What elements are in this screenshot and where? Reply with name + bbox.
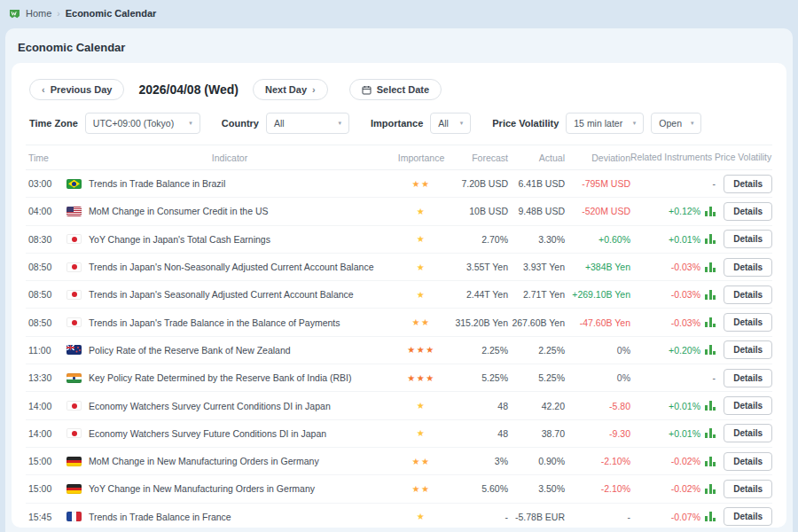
indicator-name: Trends in Japan's Seasonally Adjusted Cu… [89, 289, 354, 300]
event-time: 14:00 [26, 401, 66, 411]
breadcrumb-current: Economic Calendar [66, 8, 157, 19]
details-button[interactable]: Details [724, 286, 772, 304]
calendar-icon [362, 85, 372, 95]
forecast-value: 2.70% [450, 234, 508, 245]
importance-stars: ★ [393, 234, 450, 244]
calendar-card: ‹ Previous Day 2026/04/08 (Wed) Next Day… [12, 63, 786, 528]
jp-flag-icon [66, 262, 82, 272]
volatility-price-select[interactable]: Open ▾ [651, 113, 701, 134]
bar-chart-icon[interactable] [705, 234, 716, 244]
bar-chart-icon[interactable] [705, 512, 716, 521]
bar-chart-icon[interactable] [705, 484, 716, 494]
related-volatility-cell: +0.20% [630, 345, 716, 356]
bar-chart-icon[interactable] [705, 262, 716, 272]
header-actual: Actual [508, 153, 565, 163]
details-button[interactable]: Details [724, 202, 772, 221]
indicator-name: YoY Change in New Manufacturing Orders i… [89, 483, 315, 494]
deviation-value: +384B Yen [565, 262, 630, 272]
deviation-value: -5.80 [565, 401, 630, 411]
event-time: 08:50 [26, 317, 66, 328]
event-time: 15:00 [26, 456, 66, 466]
previous-day-button[interactable]: ‹ Previous Day [29, 79, 124, 100]
volatility-value: -0.03% [671, 289, 700, 300]
indicator-cell: Trends in Japan's Trade Balance in the B… [66, 317, 393, 328]
details-button[interactable]: Details [724, 175, 772, 193]
price-volatility-label: Price Volatility [492, 118, 559, 129]
indicator-cell: Economy Watchers Survey Future Condition… [66, 428, 393, 439]
country-select[interactable]: All ▾ [266, 113, 349, 134]
details-button[interactable]: Details [724, 313, 772, 332]
nz-flag-icon [66, 345, 82, 355]
bar-chart-icon[interactable] [705, 428, 716, 438]
bar-chart-icon[interactable] [705, 317, 716, 327]
details-button[interactable]: Details [724, 452, 772, 471]
time-zone-select[interactable]: UTC+09:00 (Tokyo) ▾ [85, 113, 200, 134]
details-button[interactable]: Details [724, 340, 772, 359]
details-cell: Details [716, 480, 772, 498]
volatility-value: -0.03% [671, 262, 700, 272]
importance-stars: ★★★ [393, 373, 450, 383]
actual-value: 267.60B Yen [508, 317, 565, 328]
table-body: 03:00Trends in Trade Balance in Brazil★★… [26, 170, 772, 528]
importance-stars: ★★ [393, 317, 450, 327]
breadcrumb-home-link[interactable]: Home [26, 8, 51, 19]
forecast-value: 3.55T Yen [450, 262, 508, 272]
related-volatility-cell: +0.12% [630, 206, 716, 216]
importance-select[interactable]: All ▾ [430, 113, 471, 134]
bar-chart-icon[interactable] [705, 290, 716, 300]
details-cell: Details [716, 313, 772, 332]
indicator-name: Key Policy Rate Determined by the Reserv… [89, 372, 351, 383]
related-volatility-cell: +0.01% [630, 401, 716, 411]
volatility-value: -0.03% [671, 317, 700, 328]
bar-chart-icon[interactable] [705, 401, 716, 411]
importance-stars: ★★ [393, 457, 450, 466]
event-time: 13:30 [26, 372, 66, 383]
indicator-cell: Trends in Trade Balance in France [66, 512, 393, 522]
next-day-button[interactable]: Next Day › [253, 79, 328, 100]
brand-logo-icon [9, 8, 20, 20]
forecast-value: 48 [450, 428, 508, 439]
volatility-value: +0.12% [669, 206, 700, 216]
forecast-value: - [450, 512, 508, 522]
volatility-value: -0.07% [671, 512, 700, 522]
details-cell: Details [716, 424, 772, 442]
importance-stars: ★ [393, 290, 450, 300]
details-cell: Details [716, 396, 772, 415]
deviation-value: -2.10% [565, 483, 630, 494]
details-button[interactable]: Details [724, 424, 772, 442]
header-indicator: Indicator [66, 153, 393, 163]
details-button[interactable]: Details [724, 369, 772, 387]
header-deviation: Deviation [565, 153, 630, 163]
details-button[interactable]: Details [724, 258, 772, 277]
related-volatility-cell: +0.01% [630, 234, 716, 245]
importance-stars: ★ [393, 262, 450, 272]
details-button[interactable]: Details [724, 396, 772, 415]
table-row: 14:00Economy Watchers Survey Future Cond… [26, 420, 772, 448]
time-zone-label: Time Zone [29, 118, 78, 129]
table-row: 13:30Key Policy Rate Determined by the R… [26, 364, 772, 392]
deviation-value: +0.60% [565, 234, 630, 245]
actual-value: 6.41B USD [508, 178, 565, 189]
deviation-value: - [565, 512, 630, 522]
header-importance: Importance [393, 153, 450, 163]
details-button[interactable]: Details [724, 507, 772, 526]
volatility-value: +0.20% [669, 345, 700, 356]
event-time: 15:45 [26, 512, 66, 522]
de-flag-icon [66, 457, 82, 466]
deviation-value: -795M USD [565, 178, 630, 189]
chevron-right-icon: › [312, 84, 316, 95]
importance-stars: ★★★ [393, 345, 450, 355]
bar-chart-icon[interactable] [705, 345, 716, 355]
details-button[interactable]: Details [724, 480, 772, 498]
deviation-value: -2.10% [565, 456, 630, 466]
volatility-timing-select[interactable]: 15 min later ▾ [566, 113, 644, 134]
indicator-cell: MoM Change in Consumer Credit in the US [66, 206, 393, 216]
table-row: 15:00YoY Change in New Manufacturing Ord… [26, 475, 772, 503]
bar-chart-icon[interactable] [705, 457, 716, 466]
forecast-value: 2.25% [450, 345, 508, 356]
bar-chart-icon[interactable] [705, 207, 716, 216]
details-button[interactable]: Details [724, 230, 772, 248]
importance-stars: ★ [393, 512, 450, 521]
breadcrumb-separator-icon: › [57, 9, 59, 19]
select-date-button[interactable]: Select Date [349, 79, 442, 100]
